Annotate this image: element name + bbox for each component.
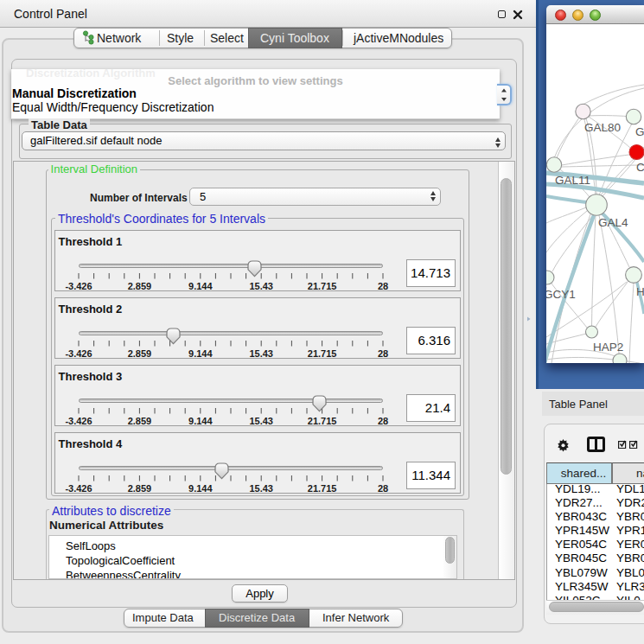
svg-text:GCY1: GCY1 — [546, 288, 576, 301]
svg-text:C: C — [636, 161, 644, 174]
svg-text:H: H — [636, 285, 644, 298]
svg-text:GAL4: GAL4 — [598, 216, 628, 229]
svg-text:GAL11: GAL11 — [555, 174, 590, 187]
svg-text:GAL80: GAL80 — [584, 121, 621, 134]
svg-text:HAP2: HAP2 — [593, 341, 623, 354]
svg-text:GA: GA — [635, 125, 644, 138]
